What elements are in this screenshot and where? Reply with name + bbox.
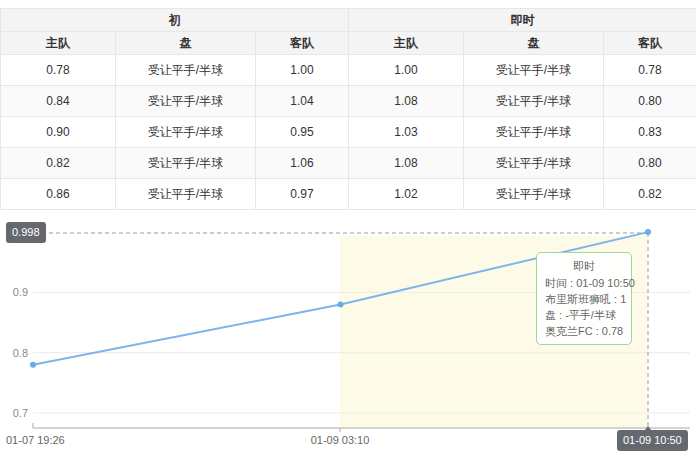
cell-handicap-initial: 受让平手/半球 [116, 148, 256, 179]
cell-handicap-live: 受让平手/半球 [464, 86, 604, 117]
tooltip-time: 时间 : 01-09 10:50 [545, 275, 623, 291]
y-tick-label: 0.7 [0, 406, 28, 420]
y-tick-label: 0.9 [0, 285, 28, 299]
table-row: 0.90 受让平手/半球 0.95 1.03 受让平手/半球 0.83 [1, 117, 696, 148]
cell-home-live: 1.02 [349, 179, 464, 210]
cell-away-initial: 1.06 [256, 148, 349, 179]
table-row: 0.84 受让平手/半球 1.04 1.08 受让平手/半球 0.80 [1, 86, 696, 117]
cell-home-initial: 0.78 [1, 55, 116, 86]
tooltip-away-odds: 奥克兰FC : 0.78 [545, 323, 623, 339]
cell-handicap-initial: 受让平手/半球 [116, 86, 256, 117]
cell-away-initial: 0.97 [256, 179, 349, 210]
cell-home-initial: 0.86 [1, 179, 116, 210]
cell-home-live: 1.08 [349, 148, 464, 179]
cell-home-live: 1.00 [349, 55, 464, 86]
cell-handicap-live: 受让平手/半球 [464, 117, 604, 148]
col-header-handicap-initial: 盘 [116, 32, 256, 55]
col-header-away-initial: 客队 [256, 32, 349, 55]
cell-handicap-live: 受让平手/半球 [464, 148, 604, 179]
cell-away-live: 0.80 [604, 86, 696, 117]
col-header-handicap-live: 盘 [464, 32, 604, 55]
cell-away-live: 0.80 [604, 148, 696, 179]
cell-away-initial: 1.04 [256, 86, 349, 117]
cell-away-live: 0.83 [604, 117, 696, 148]
cell-home-initial: 0.84 [1, 86, 116, 117]
odds-table: 初 即时 主队 盘 客队 主队 盘 客队 0.78 受让平手/半球 1.00 1… [0, 8, 696, 210]
cell-handicap-initial: 受让平手/半球 [116, 179, 256, 210]
cell-away-live: 0.82 [604, 179, 696, 210]
odds-table-section: 初 即时 主队 盘 客队 主队 盘 客队 0.78 受让平手/半球 1.00 1… [0, 0, 696, 210]
cell-home-live: 1.03 [349, 117, 464, 148]
cell-handicap-live: 受让平手/半球 [464, 179, 604, 210]
cell-handicap-live: 受让平手/半球 [464, 55, 604, 86]
tooltip-home-odds: 布里斯班狮吼 : 1 [545, 291, 623, 307]
table-row: 0.86 受让平手/半球 0.97 1.02 受让平手/半球 0.82 [1, 179, 696, 210]
y-tick-label: 0.8 [0, 346, 28, 360]
cell-home-live: 1.08 [349, 86, 464, 117]
cell-handicap-initial: 受让平手/半球 [116, 117, 256, 148]
cell-away-live: 0.78 [604, 55, 696, 86]
odds-history-chart[interactable]: 0.7 0.8 0.9 0.998 01-07 19:26 01-09 03:1… [0, 218, 696, 470]
cell-away-initial: 1.00 [256, 55, 349, 86]
x-tick-label-start: 01-07 19:26 [6, 433, 65, 447]
table-row: 0.78 受让平手/半球 1.00 1.00 受让平手/半球 0.78 [1, 55, 696, 86]
group-header-live: 即时 [349, 9, 696, 32]
group-header-initial: 初 [1, 9, 349, 32]
cell-away-initial: 0.95 [256, 117, 349, 148]
table-group-header-row: 初 即时 [1, 9, 696, 32]
cell-home-initial: 0.90 [1, 117, 116, 148]
col-header-home-live: 主队 [349, 32, 464, 55]
table-row: 0.82 受让平手/半球 1.06 1.08 受让平手/半球 0.80 [1, 148, 696, 179]
col-header-away-live: 客队 [604, 32, 696, 55]
tooltip-title: 即时 [545, 258, 623, 274]
chart-tooltip: 即时 时间 : 01-09 10:50 布里斯班狮吼 : 1 盘 : -平手/半… [536, 252, 632, 345]
crosshair-x-value-badge: 01-09 10:50 [617, 430, 688, 451]
col-header-home-initial: 主队 [1, 32, 116, 55]
crosshair-y-value-badge: 0.998 [6, 222, 46, 243]
tooltip-handicap: 盘 : -平手/半球 [545, 307, 623, 323]
x-tick-label-mid: 01-09 03:10 [290, 433, 390, 447]
cell-handicap-initial: 受让平手/半球 [116, 55, 256, 86]
table-column-header-row: 主队 盘 客队 主队 盘 客队 [1, 32, 696, 55]
cell-home-initial: 0.82 [1, 148, 116, 179]
